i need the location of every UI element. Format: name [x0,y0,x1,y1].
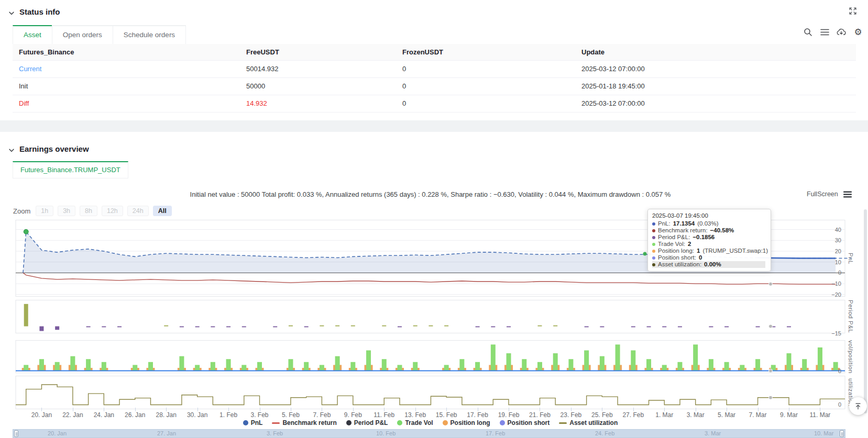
series-start-marker [24,229,28,234]
legend-item-asset-utilization[interactable]: Asset utilization [559,419,618,426]
legend-item-position-short[interactable]: Position short [500,419,550,426]
x-axis-tick [789,408,789,411]
x-axis-label: 24. Jan [88,411,119,419]
tooltip-value: −40.58% [710,227,734,234]
x-axis-tick [260,408,260,411]
x-axis-tick [353,408,354,411]
x-axis-tick [478,408,478,411]
datazoom-label: 3. Mar [705,430,721,436]
tooltip-label: PnL: [658,220,671,227]
x-axis-tick [322,408,322,411]
table-cell: 2025-03-12 07:00:00 [575,61,856,77]
x-axis-label: 28. Jan [150,411,182,419]
tooltip-value: −0.1856 [693,234,715,241]
tooltip-row: Trade Vol: 2 [652,241,765,248]
table-cell: 0 [396,61,575,77]
fullscreen-label[interactable]: FullScreen [807,190,838,198]
datazoom-slider[interactable]: 20. Jan27. Jan3. Feb10. Feb17. Feb24. Fe… [13,429,845,438]
tooltip-label: Benchmark return: [658,227,708,234]
legend-label: Position short [508,419,550,426]
y-axis-tick: 0 [818,269,841,276]
zoom-option-3h: 3h [58,206,75,216]
x-axis-label: 17. Feb [462,411,493,419]
legend-label: Trade Vol [405,419,433,426]
legend-item-period-p-l[interactable]: Period P&L [346,419,388,426]
datazoom-handle-left[interactable] [14,430,18,437]
y-axis-tick: 30 [818,237,841,243]
x-axis-label: 7. Feb [306,411,337,419]
series-color-dot [652,250,655,253]
period-pnl-panel[interactable] [0,300,868,333]
datazoom-handle-right[interactable] [840,430,844,437]
column-header: FreeUSDT [240,44,396,60]
legend-item-benchmark-return[interactable]: Benchmark return [272,419,336,426]
tab-asset[interactable]: Asset [13,25,52,44]
fullscreen-control[interactable]: FullScreen [807,190,852,198]
series-color-dot [652,243,655,246]
legend-item-position-long[interactable]: Position long [443,419,490,426]
status-toolbar: ⚙ [803,27,863,37]
legend-marker [397,420,402,425]
legend-label: Benchmark return [282,419,336,426]
x-axis-label: 5. Mar [711,411,742,419]
tab-schedule-orders[interactable]: Schedule orders [113,25,186,44]
settings-icon[interactable]: ⚙ [853,27,863,37]
legend-marker [443,420,448,425]
chevron-down-icon[interactable] [8,146,15,152]
back-to-top-button[interactable] [849,397,867,415]
status-section-header: Status info [8,7,60,16]
x-axis-tick [602,408,602,411]
tooltip-label: Trade Vol: [658,241,685,248]
x-axis-label: 15. Feb [431,411,462,419]
zoom-option-all[interactable]: All [153,206,172,216]
x-axis-tick [696,408,696,411]
tab-open-orders[interactable]: Open orders [52,25,113,44]
tooltip-label: Position long: [658,248,694,254]
x-axis-tick [664,408,665,411]
x-axis-label: 5. Feb [275,411,306,419]
status-section-title: Status info [19,7,60,16]
zoom-option-1h: 1h [36,206,53,216]
datazoom-label: 20. Jan [48,430,67,436]
chevron-down-icon[interactable] [8,9,15,15]
legend-item-pnl[interactable]: PnL [243,419,263,426]
earnings-section-header: Earnings overview [8,144,89,153]
y-axis-tick: −10 [818,280,841,287]
tooltip-row: Period P&L: −0.1856 [652,234,765,241]
search-icon[interactable] [803,27,812,37]
cloud-download-icon[interactable] [837,27,846,37]
y-axis-tick: 20 [818,248,841,254]
table-cell[interactable]: Current [13,61,240,77]
x-axis-label: 30. Jan [182,411,213,419]
x-axis-label: 22. Jan [57,411,89,419]
expand-icon[interactable] [848,6,858,16]
legend-item-trade-vol[interactable]: Trade Vol [397,419,433,426]
legend-marker [346,420,351,425]
utilization-panel[interactable] [0,376,868,409]
tooltip-value: 1 [697,248,700,254]
x-axis-tick [166,408,167,411]
chart-menu-icon[interactable] [843,191,852,198]
x-axis-label: 11. Feb [368,411,400,419]
legend-marker [559,422,567,424]
table-cell: Diff [13,95,240,112]
earnings-section-title: Earnings overview [19,144,89,153]
y-axis-title: PnL [847,220,855,297]
x-axis-label: 13. Feb [400,411,431,419]
legend-marker [500,420,505,425]
trading-dashboard: Status info AssetOpen ordersSchedule ord… [0,0,868,438]
x-axis-label: 26. Jan [119,411,151,419]
earnings-tabs: Futures_Binance.TRUMP_USDT [13,161,128,178]
table-cell: 2025-01-18 19:45:00 [575,78,856,95]
datazoom-label: 10. Feb [376,430,395,436]
menu-icon[interactable] [820,27,829,37]
x-axis-label: 19. Feb [493,411,524,419]
vol-position-panel[interactable] [0,340,868,373]
datazoom-label: 27. Jan [157,430,176,436]
tab-futures-binance-trump-usdt[interactable]: Futures_Binance.TRUMP_USDT [13,161,128,178]
x-axis-label: 7. Mar [742,411,774,419]
datazoom-label: 10. Mar [814,430,833,436]
x-axis-label: 1. Mar [649,411,680,419]
vertical-scrollbar[interactable] [864,209,867,413]
section-divider [0,120,868,132]
